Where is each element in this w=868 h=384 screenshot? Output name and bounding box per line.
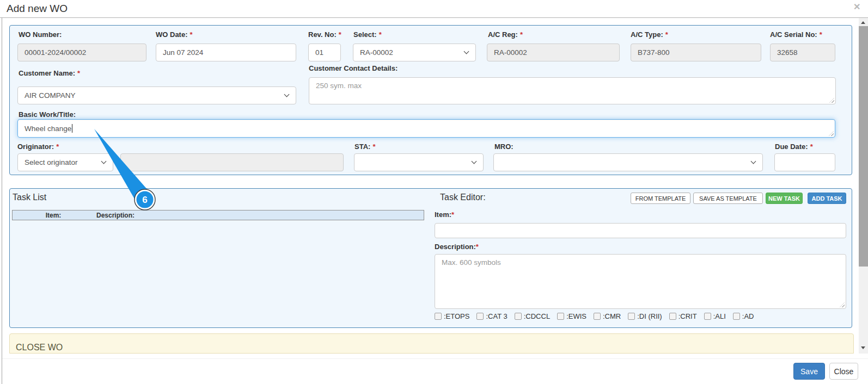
add-task-button[interactable]: ADD TASK [808, 193, 846, 204]
flag-etops: :ETOPS [435, 312, 469, 320]
checkbox-icon[interactable] [435, 313, 442, 320]
add-new-wo-dialog: Add new WO ✕ WO Number: WO Date:* Rev. N… [0, 0, 868, 384]
required-mark: * [476, 243, 479, 251]
mro-label: MRO: [494, 143, 514, 151]
required-mark: * [339, 30, 341, 39]
from-template-button[interactable]: FROM TEMPLATE [631, 193, 690, 204]
ac-serial-label: A/C Serial No:* [770, 30, 822, 39]
flag-cdccl: :CDCCL [515, 312, 550, 320]
checkbox-icon[interactable] [733, 313, 740, 320]
task-description-label: Description:* [435, 243, 479, 251]
chevron-down-icon [751, 158, 756, 164]
task-flags-row: :ETOPS :CAT 3 :CDCCL :EWIS :CMR :DI (RII… [435, 312, 761, 320]
mro-dropdown[interactable] [493, 153, 763, 171]
save-as-template-button[interactable]: SAVE AS TEMPLATE [693, 193, 763, 204]
checkbox-icon[interactable] [669, 313, 676, 320]
chevron-down-icon [464, 48, 469, 54]
resize-handle[interactable] [829, 98, 834, 103]
rev-no-input[interactable]: 01 [308, 44, 341, 61]
customer-contact-textarea[interactable]: 250 sym. max [309, 77, 836, 104]
checkbox-icon[interactable] [476, 313, 484, 320]
task-list-title: Task List [13, 193, 46, 202]
wo-number-input: 00001-2024/00002 [17, 44, 146, 61]
required-mark: * [451, 210, 454, 219]
scroll-down-icon[interactable] [861, 346, 865, 349]
customer-name-dropdown[interactable]: AIR COMPANY [17, 86, 296, 104]
ac-type-input: B737-800 [631, 44, 761, 61]
close-wo-section: CLOSE WO [9, 333, 854, 354]
checkbox-icon[interactable] [704, 313, 711, 320]
required-mark: * [665, 30, 668, 39]
required-mark: * [190, 30, 193, 39]
scrollbar[interactable] [859, 18, 868, 354]
footer-divider [2, 358, 868, 359]
text-caret [72, 124, 72, 133]
flag-cat3: :CAT 3 [476, 312, 507, 320]
originator-dropdown[interactable]: Select originator [17, 153, 113, 171]
originator-label: Originator:* [17, 143, 59, 151]
task-item-label: Item:* [435, 210, 454, 219]
flag-ewis: :EWIS [557, 312, 586, 320]
new-task-button[interactable]: NEW TASK [766, 193, 803, 204]
customer-contact-label: Customer Contact Details: [309, 64, 398, 72]
flag-cmr: :CMR [594, 312, 621, 320]
customer-name-label: Customer Name:* [19, 69, 80, 77]
select-label: Select:* [353, 30, 382, 39]
sta-label: STA:* [354, 143, 375, 151]
chevron-down-icon [101, 158, 107, 164]
tasks-section: Task List Item: Description: Task Editor… [9, 188, 852, 328]
task-description-textarea[interactable]: Max. 600 symbols [435, 254, 846, 309]
basic-work-input[interactable]: Wheel change [17, 119, 835, 138]
wo-details-section: WO Number: WO Date:* Rev. No:* Select:* … [9, 25, 852, 175]
required-mark: * [77, 69, 80, 77]
due-date-input[interactable] [774, 153, 835, 171]
scroll-up-icon[interactable] [861, 21, 865, 24]
flag-ali: :ALI [704, 312, 726, 320]
resize-handle[interactable] [840, 302, 845, 307]
originator-name-input [120, 153, 344, 171]
ac-reg-label: A/C Reg:* [488, 30, 523, 39]
rev-no-label: Rev. No:* [308, 30, 341, 39]
required-mark: * [820, 30, 822, 39]
required-mark: * [56, 143, 59, 151]
basic-work-label: Basic Work/Title: [19, 110, 76, 119]
scrollbar-thumb[interactable] [859, 26, 868, 267]
save-button[interactable]: Save [793, 363, 825, 380]
wo-number-label: WO Number: [19, 30, 62, 39]
dialog-title: Add new WO [7, 3, 68, 15]
ac-reg-input: RA-00002 [487, 44, 620, 61]
flag-crit: :CRIT [669, 312, 697, 320]
checkbox-icon[interactable] [515, 313, 522, 320]
chevron-down-icon [284, 91, 290, 97]
required-mark: * [379, 30, 382, 39]
ac-serial-input: 32658 [770, 44, 835, 61]
checkbox-icon[interactable] [557, 313, 564, 320]
checkbox-icon[interactable] [628, 313, 635, 320]
flag-ad: :AD [733, 312, 754, 320]
required-mark: * [810, 143, 813, 151]
sta-dropdown[interactable] [354, 153, 484, 171]
resize-handle[interactable] [829, 131, 834, 136]
chevron-down-icon [472, 158, 477, 164]
wo-date-label: WO Date:* [156, 30, 193, 39]
checkbox-icon[interactable] [594, 313, 601, 320]
select-ac-dropdown[interactable]: RA-00002 [353, 44, 476, 61]
required-mark: * [372, 143, 375, 151]
ac-type-label: A/C Type:* [631, 30, 668, 39]
task-list-col-item: Item: [13, 212, 94, 219]
flag-di-rii: :DI (RII) [628, 312, 662, 320]
task-editor-title: Task Editor: [440, 193, 486, 202]
due-date-label: Due Date:* [775, 143, 813, 151]
task-list-table-header: Item: Description: [12, 210, 424, 220]
close-button[interactable]: Close [829, 363, 858, 380]
required-mark: * [520, 30, 523, 39]
close-wo-title: CLOSE WO [16, 343, 63, 352]
task-list-col-description: Description: [94, 212, 135, 219]
close-icon[interactable]: ✕ [853, 2, 860, 12]
wo-date-input[interactable]: Jun 07 2024 [156, 44, 296, 61]
task-item-input[interactable] [435, 223, 846, 238]
